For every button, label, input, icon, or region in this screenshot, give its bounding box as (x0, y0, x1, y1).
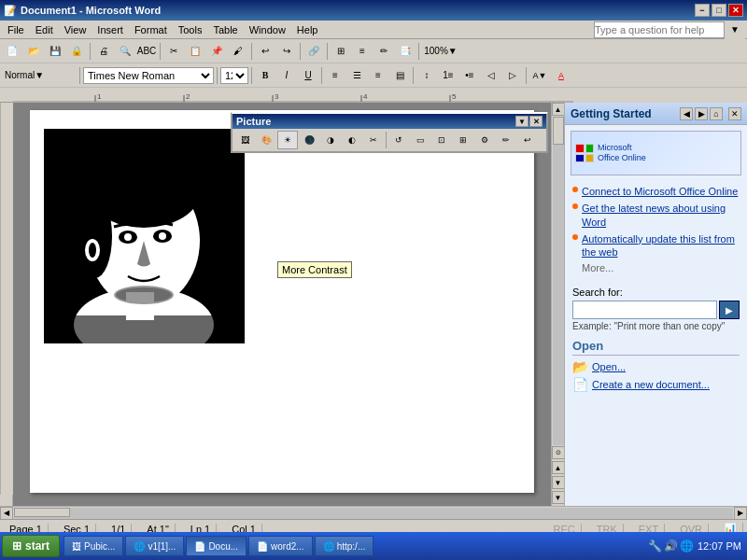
sep6 (418, 43, 419, 60)
numbering-btn[interactable]: 1≡ (438, 66, 458, 85)
panel-back-btn[interactable]: ◀ (680, 107, 693, 120)
spell-check-btn[interactable]: ABC (136, 42, 157, 61)
reset-picture-btn[interactable]: ↩ (517, 131, 538, 149)
copy-btn[interactable]: 📋 (185, 42, 205, 61)
compress-btn[interactable]: ⊡ (431, 131, 452, 149)
redo-btn[interactable]: ↪ (276, 42, 297, 61)
search-go-btn[interactable]: ▶ (719, 301, 740, 319)
underline-button[interactable]: U (298, 66, 318, 85)
hyperlink-btn[interactable]: 🔗 (303, 42, 324, 61)
document-area: Picture ▼ ✕ 🖼 🎨 ☀ 🌑 (0, 103, 564, 506)
svg-point-25 (159, 232, 166, 240)
panel-home-btn[interactable]: ⌂ (710, 107, 723, 120)
taskbar-right: 🔧 🔊 🌐 12:07 PM (644, 539, 745, 553)
panel-forward-btn[interactable]: ▶ (695, 107, 708, 120)
menu-help[interactable]: Help (291, 22, 324, 37)
menu-window[interactable]: Window (244, 22, 291, 37)
rotate-left-btn[interactable]: ↺ (388, 131, 409, 149)
increase-indent-btn[interactable]: ▷ (502, 66, 523, 85)
bullets-btn[interactable]: •≡ (459, 66, 480, 85)
new-doc-btn[interactable]: 📄 (2, 42, 22, 61)
decrease-indent-btn[interactable]: ◁ (481, 66, 501, 85)
h-scroll-left-btn[interactable]: ◀ (0, 507, 13, 520)
more-brightness-btn[interactable]: ◑ (320, 131, 341, 149)
minimize-button[interactable]: − (695, 4, 710, 17)
less-contrast-btn[interactable]: 🌑 (299, 131, 319, 149)
align-left-btn[interactable]: ≡ (325, 66, 345, 85)
transparent-color-btn[interactable]: ✏ (496, 131, 516, 149)
permission-btn[interactable]: 🔒 (66, 42, 87, 61)
scroll-thumb[interactable] (553, 117, 564, 145)
h-scroll-right-btn[interactable]: ▶ (734, 507, 747, 520)
next-page-btn[interactable]: ▼ (552, 476, 565, 489)
h-scroll-thumb[interactable] (14, 508, 70, 517)
menu-tools[interactable]: Tools (173, 22, 208, 37)
help-search-input[interactable] (594, 21, 725, 38)
picture-toolbar-expand[interactable]: ▼ (515, 116, 529, 127)
taskbar-app-2[interactable]: 📄 Docu... (186, 536, 247, 556)
menu-file[interactable]: File (2, 22, 30, 37)
justify-btn[interactable]: ▤ (389, 66, 410, 85)
undo-btn[interactable]: ↩ (255, 42, 275, 61)
taskbar-app-4[interactable]: 🌐 http:/... (315, 536, 374, 556)
bold-button[interactable]: B (255, 66, 275, 85)
font-select[interactable]: Times New Roman (83, 67, 214, 84)
svg-point-19 (78, 194, 112, 278)
table-btn[interactable]: ⊞ (331, 42, 351, 61)
font-color-btn[interactable]: A (551, 66, 571, 85)
style-dropdown[interactable]: Normal▼ (2, 66, 77, 85)
columns-btn[interactable]: ≡ (352, 42, 373, 61)
format-painter-btn[interactable]: 🖌 (228, 42, 248, 61)
new-document-item[interactable]: 📄 Create a new document... (572, 377, 740, 392)
menu-table[interactable]: Table (207, 22, 243, 37)
menu-format[interactable]: Format (129, 22, 173, 37)
more-contrast-btn[interactable]: ☀ (277, 131, 298, 149)
paste-btn[interactable]: 📌 (206, 42, 227, 61)
insert-picture-btn[interactable]: 🖼 (234, 131, 255, 149)
crop-btn[interactable]: ✂ (363, 131, 384, 149)
print-btn[interactable]: 🖨 (93, 42, 114, 61)
picture-toolbar-close[interactable]: ✕ (529, 116, 543, 127)
close-button[interactable]: ✕ (728, 4, 743, 17)
link-news[interactable]: Get the latest news about using Word (572, 202, 740, 229)
save-btn[interactable]: 💾 (45, 42, 65, 61)
getting-started-panel: Getting Started ◀ ▶ ⌂ ✕ Microsoft Office… (564, 103, 747, 506)
select-browse-btn[interactable]: ⊙ (552, 446, 565, 459)
maximize-button[interactable]: □ (712, 4, 726, 17)
taskbar-app-1[interactable]: 🌐 v1[1]... (125, 536, 184, 556)
taskbar-app-0[interactable]: 🖼 Pubic... (63, 536, 123, 556)
more-link[interactable]: More... (582, 262, 740, 273)
scroll-down-btn[interactable]: ▼ (552, 491, 565, 504)
zoom-dropdown[interactable]: 100%▼ (422, 42, 459, 61)
menu-insert[interactable]: Insert (92, 22, 129, 37)
open-btn[interactable]: 📂 (23, 42, 44, 61)
italic-button[interactable]: I (276, 66, 297, 85)
prev-page-btn[interactable]: ▲ (552, 461, 565, 474)
text-wrap-btn[interactable]: ⊞ (453, 131, 473, 149)
panel-close-btn[interactable]: ✕ (728, 107, 741, 120)
align-right-btn[interactable]: ≡ (368, 66, 388, 85)
scroll-up-btn[interactable]: ▲ (552, 103, 565, 116)
cut-btn[interactable]: ✂ (163, 42, 184, 61)
align-center-btn[interactable]: ☰ (346, 66, 367, 85)
print-preview-btn[interactable]: 🔍 (115, 42, 135, 61)
image-color-btn[interactable]: 🎨 (256, 131, 276, 149)
format-picture-btn[interactable]: ⚙ (474, 131, 495, 149)
open-file-item[interactable]: 📂 Open... (572, 359, 740, 374)
menu-edit[interactable]: Edit (30, 22, 59, 37)
link-connect[interactable]: Connect to Microsoft Office Online (572, 185, 740, 198)
horizontal-scrollbar: ◀ ▶ (0, 506, 747, 519)
help-arrow-btn[interactable]: ▼ (725, 21, 745, 39)
font-size-select[interactable]: 12 (220, 67, 248, 84)
drawing-btn[interactable]: ✏ (374, 42, 394, 61)
panel-search-input[interactable] (572, 301, 717, 319)
menu-view[interactable]: View (59, 22, 92, 37)
link-auto-update[interactable]: Automatically update this list from the … (572, 232, 740, 259)
start-button[interactable]: ⊞ start (2, 535, 60, 557)
highlight-btn[interactable]: A▼ (529, 66, 550, 85)
line-style-btn[interactable]: ▭ (410, 131, 430, 149)
less-brightness-btn[interactable]: ◐ (342, 131, 362, 149)
doc-map-btn[interactable]: 📑 (395, 42, 416, 61)
line-spacing-btn[interactable]: ↕ (416, 66, 437, 85)
taskbar-app-3[interactable]: 📄 word2... (248, 536, 313, 556)
